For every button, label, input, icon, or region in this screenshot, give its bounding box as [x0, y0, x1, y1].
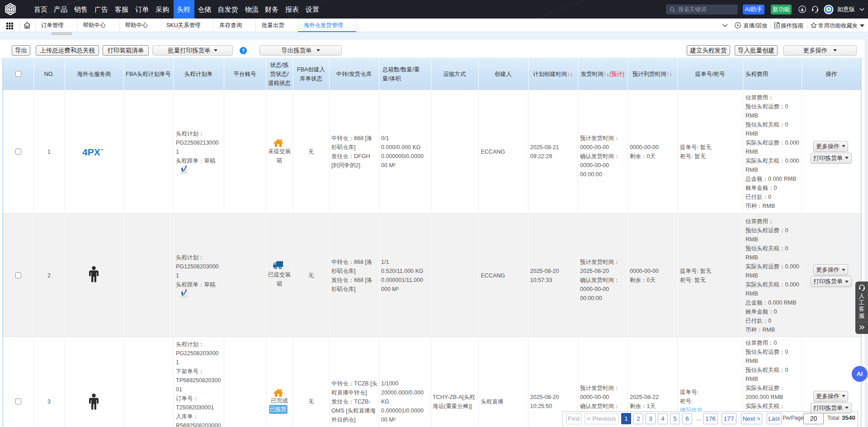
- svg-text:?: ?: [242, 48, 245, 53]
